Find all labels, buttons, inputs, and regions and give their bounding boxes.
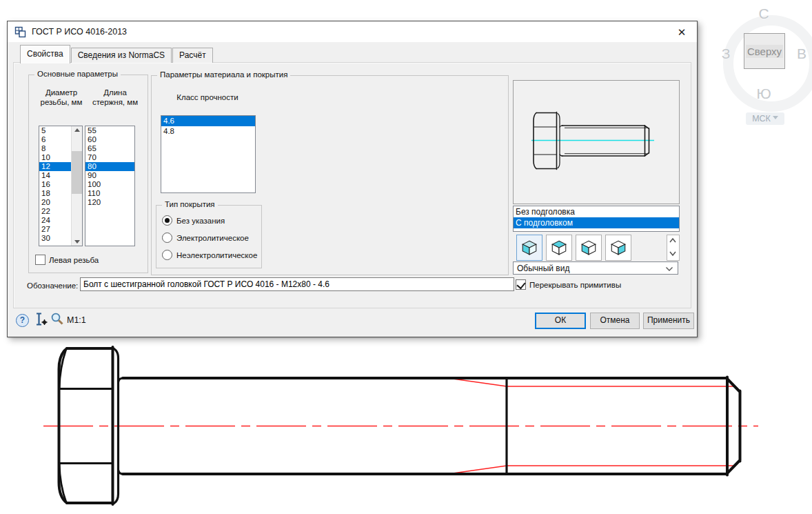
radio-option[interactable]: Электролитическое	[162, 229, 260, 246]
strength-class-label: Класс прочности	[161, 92, 254, 102]
cancel-button[interactable]: Отмена	[590, 313, 640, 329]
view-mode-dropdown[interactable]: Обычный вид	[513, 261, 678, 275]
diameter-header: Диаметр резьбы, мм	[34, 88, 88, 107]
group-main-parameters-label: Основные параметры	[34, 70, 121, 78]
view-style-right-button[interactable]	[605, 235, 631, 261]
left-thread-label: Левая резьба	[49, 256, 99, 264]
diameter-list[interactable]: 56810121416182022242730	[39, 126, 83, 246]
magnifier-icon[interactable]	[50, 312, 64, 326]
overlap-checkbox-row[interactable]: Перекрывать примитивы	[516, 279, 621, 290]
scroll-up-icon[interactable]	[72, 126, 82, 136]
radio-icon[interactable]	[162, 250, 172, 260]
viewcube-east[interactable]: В	[791, 46, 812, 62]
list-item[interactable]: 80	[85, 162, 134, 171]
overlap-checkbox[interactable]	[516, 279, 526, 290]
group-main-parameters: Основные параметры Диаметр резьбы, мм Дл…	[28, 75, 148, 273]
ucs-chevron-icon	[773, 116, 778, 122]
diameter-list-scrollbar[interactable]	[71, 126, 82, 246]
tab-bar: СвойстваСведения из NormaCSРасчёт	[20, 44, 214, 63]
cube-front-icon	[520, 239, 538, 257]
left-thread-checkbox[interactable]	[35, 255, 45, 265]
cube-left-icon	[580, 239, 598, 257]
length-list[interactable]: 556065708090100110120	[85, 126, 135, 246]
group-coating-type: Тип покрытия Без указанияЭлектролитическ…	[156, 205, 262, 268]
strength-class-list[interactable]: 4.64.8	[161, 115, 256, 193]
group-material-coating-label: Параметры материала и покрытия	[157, 70, 290, 79]
radio-label: Неэлектролитическое	[176, 251, 257, 259]
list-item[interactable]: 100	[85, 180, 134, 189]
view-style-top-button[interactable]	[546, 235, 572, 261]
block-icon	[14, 26, 26, 38]
radio-option[interactable]: Без указания	[162, 212, 260, 229]
coating-radio-group: Без указанияЭлектролитическоеНеэлектроли…	[162, 212, 260, 264]
ucs-label: МСК	[752, 114, 771, 123]
list-item[interactable]: 4.6	[161, 116, 255, 126]
list-item[interactable]: 55	[85, 126, 134, 135]
group-coating-type-label: Тип покрытия	[162, 200, 218, 208]
scroll-down-icon[interactable]	[72, 236, 82, 246]
radio-icon[interactable]	[162, 233, 172, 243]
bolt-preview-drawing	[514, 81, 678, 202]
title-bar[interactable]: ГОСТ Р ИСО 4016-2013 ✕	[8, 21, 697, 42]
viewcube-north[interactable]: С	[753, 6, 774, 22]
cube-right-icon	[609, 239, 627, 257]
chevron-down-icon	[665, 266, 673, 272]
list-item[interactable]: Без подголовка	[514, 206, 679, 217]
head-type-list[interactable]: Без подголовкаС подголовком	[513, 206, 680, 232]
tab-Расчёт[interactable]: Расчёт	[172, 48, 213, 63]
cube-top-icon	[550, 239, 568, 257]
scale-indicator: М1:1	[67, 315, 86, 325]
insertion-point-icon[interactable]	[34, 312, 49, 327]
radio-label: Без указания	[176, 217, 225, 225]
bolt-preview-panel	[513, 80, 680, 204]
scroll-up-chevron-icon[interactable]	[669, 237, 677, 244]
help-icon[interactable]: ?	[16, 314, 29, 327]
scroll-down-chevron-icon[interactable]	[669, 250, 677, 257]
view-style-left-button[interactable]	[576, 235, 602, 261]
tab-Свойства[interactable]: Свойства	[20, 45, 70, 63]
viewcube-top-face-label: Сверху	[746, 45, 783, 58]
bolt-drawing	[0, 342, 812, 514]
dialog-title: ГОСТ Р ИСО 4016-2013	[32, 27, 127, 37]
gost-bolt-dialog: ГОСТ Р ИСО 4016-2013 ✕ СвойстваСведения …	[7, 21, 698, 337]
view-style-iso-front-button[interactable]	[516, 235, 542, 261]
viewcube-top-face-button[interactable]: Сверху	[744, 33, 785, 69]
viewcube: С З В Ю Сверху МСК	[717, 4, 811, 130]
view-mode-value: Обычный вид	[517, 264, 569, 273]
list-item[interactable]: 4.8	[161, 126, 255, 137]
list-item[interactable]: 60	[85, 135, 134, 144]
icon-row-scrollbar[interactable]	[667, 235, 680, 261]
list-item[interactable]: 70	[85, 153, 134, 162]
view-style-icon-row	[513, 234, 680, 260]
radio-option[interactable]: Неэлектролитическое	[162, 246, 260, 264]
viewcube-south[interactable]: Ю	[753, 86, 774, 102]
designation-input[interactable]	[80, 277, 514, 291]
designation-label: Обозначение:	[27, 281, 78, 290]
list-item[interactable]: 120	[85, 198, 134, 207]
scroll-thumb[interactable]	[72, 151, 82, 194]
viewcube-west[interactable]: З	[715, 46, 736, 62]
radio-label: Электролитическое	[176, 234, 249, 242]
tab-Сведения из NormaCS[interactable]: Сведения из NormaCS	[71, 48, 172, 63]
length-header: Длина стержня, мм	[87, 88, 143, 107]
apply-button[interactable]: Применить	[643, 313, 694, 329]
ucs-dropdown[interactable]: МСК	[746, 112, 784, 125]
list-item[interactable]: 110	[85, 189, 134, 198]
group-material-coating: Параметры материала и покрытия Класс про…	[151, 75, 509, 275]
ok-button[interactable]: ОК	[535, 313, 586, 329]
close-icon[interactable]: ✕	[675, 26, 689, 39]
radio-icon[interactable]	[162, 215, 172, 226]
list-item[interactable]: 65	[85, 144, 134, 153]
left-thread-checkbox-row[interactable]: Левая резьба	[35, 255, 99, 265]
overlap-label: Перекрывать примитивы	[529, 281, 621, 289]
list-item[interactable]: 90	[85, 171, 134, 180]
list-item[interactable]: С подголовком	[514, 217, 679, 228]
